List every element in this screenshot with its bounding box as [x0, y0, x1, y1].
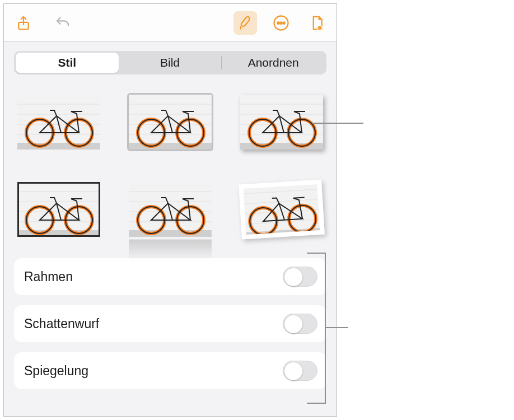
toolbar: [4, 4, 337, 42]
svg-point-19: [26, 207, 53, 234]
svg-point-29: [249, 207, 278, 236]
callout-line: [312, 123, 363, 124]
svg-point-30: [288, 204, 317, 233]
option-row-shadow[interactable]: Schattenwurf: [14, 305, 326, 342]
option-label: Rahmen: [24, 269, 73, 284]
tab-label: Stil: [58, 56, 77, 69]
style-preset-outline[interactable]: [125, 90, 215, 154]
svg-point-22: [66, 207, 92, 234]
toggle-border[interactable]: [283, 267, 317, 287]
svg-point-6: [319, 27, 320, 29]
more-button[interactable]: [269, 11, 293, 35]
toggle-knob: [284, 362, 302, 380]
undo-button[interactable]: [51, 11, 74, 35]
callout-line: [307, 253, 326, 254]
toolbar-right: [233, 11, 329, 35]
toggle-knob: [284, 268, 302, 286]
toggle-reflection[interactable]: [283, 361, 317, 381]
style-preset-border-dark[interactable]: [14, 178, 104, 241]
tab-label: Bild: [160, 56, 180, 69]
toggle-knob: [284, 315, 302, 333]
option-row-reflection[interactable]: Spiegelung: [14, 352, 326, 389]
svg-point-4: [283, 22, 285, 24]
option-label: Schattenwurf: [24, 316, 99, 332]
style-preset-grid: [14, 90, 326, 241]
tab-label: Anordnen: [248, 56, 299, 69]
callout-line: [307, 403, 326, 404]
format-panel: Stil Bild Anordnen: [3, 3, 337, 417]
svg-point-20: [66, 207, 92, 234]
share-icon: [15, 15, 32, 31]
svg-point-21: [26, 207, 53, 234]
share-button[interactable]: [12, 11, 35, 35]
option-label: Spiegelung: [24, 363, 88, 379]
screenshot-frame: Stil Bild Anordnen: [0, 0, 514, 420]
svg-point-2: [277, 22, 279, 24]
document-view-icon: [309, 15, 325, 31]
svg-point-3: [280, 22, 282, 24]
tab-anordnen[interactable]: Anordnen: [222, 53, 325, 73]
more-icon: [273, 15, 289, 31]
brush-icon: [237, 15, 254, 31]
tab-bild[interactable]: Bild: [119, 53, 222, 73]
svg-point-27: [249, 207, 278, 236]
style-preset-shadow[interactable]: [237, 90, 326, 154]
format-button[interactable]: [233, 11, 257, 35]
style-options: Rahmen Schattenwurf Spiegelung: [14, 258, 326, 389]
callout-line: [326, 327, 348, 328]
toggle-shadow[interactable]: [283, 314, 317, 334]
style-preset-photo-frame[interactable]: [237, 178, 326, 241]
tab-stil[interactable]: Stil: [16, 53, 119, 73]
panel-body: Stil Bild Anordnen: [4, 42, 337, 416]
svg-point-28: [288, 204, 317, 233]
style-preset-none[interactable]: [14, 90, 104, 154]
style-preset-reflection[interactable]: [125, 178, 215, 241]
document-options-button[interactable]: [305, 11, 329, 35]
tab-bar: Stil Bild Anordnen: [14, 51, 326, 74]
toolbar-left: [12, 11, 74, 35]
option-row-border[interactable]: Rahmen: [14, 258, 326, 295]
undo-icon: [54, 15, 71, 31]
